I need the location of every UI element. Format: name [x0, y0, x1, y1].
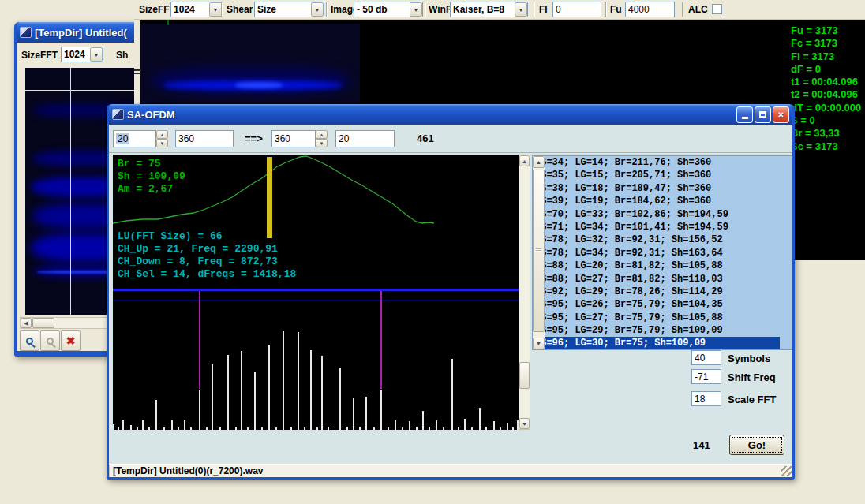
- fft-bar: [402, 427, 403, 430]
- cursor-tick: [167, 20, 169, 25]
- result-row[interactable]: LS=88; LG=20; Br=81,82; Sh=105,88: [533, 259, 780, 272]
- result-row[interactable]: LS=92; LG=29; Br=78,26; Sh=114,29: [533, 286, 780, 298]
- zoom-in-icon: [26, 338, 33, 345]
- channel-marker: [199, 291, 200, 389]
- scroll-up-icon[interactable]: ▲: [533, 156, 545, 168]
- go-button[interactable]: Go!: [729, 435, 784, 455]
- scale-fft-value-field[interactable]: 18: [691, 391, 721, 406]
- sa-ofdm-window: SA-OFDM ✕ 20 ▲ ▼ 360 ==> 360: [107, 104, 795, 480]
- fft-bar: [353, 398, 354, 430]
- result-row[interactable]: LS=78; LG=32; Br=92,31; Sh=156,52: [533, 233, 780, 246]
- crosshair-vertical: [70, 68, 71, 315]
- fft-bar: [458, 427, 459, 430]
- symbols-value-field[interactable]: 40: [691, 350, 721, 365]
- winf-combo[interactable]: Kaiser, B=8 ▼: [450, 2, 528, 17]
- zoom-out-button[interactable]: [40, 330, 60, 351]
- measurement-line: Fc = 3173: [791, 37, 865, 50]
- dropdown-icon[interactable]: ▼: [90, 47, 103, 62]
- image-combo[interactable]: - 50 db ▼: [354, 2, 423, 17]
- fft-bar: [451, 359, 453, 430]
- fft-bar: [130, 425, 132, 430]
- alc-checkbox[interactable]: [712, 4, 722, 14]
- result-row[interactable]: LS=95; LG=27; Br=75,79; Sh=105,88: [533, 312, 780, 324]
- readout-line: CH_Up = 21, Freq = 2290,91: [118, 243, 296, 256]
- symbols-start-spinner[interactable]: 20: [113, 130, 156, 147]
- readout-line: Am = 2,67: [118, 183, 185, 196]
- scroll-left-icon[interactable]: ◀: [21, 318, 32, 328]
- fu-label: Fu: [610, 4, 622, 15]
- ofdm-titlebar[interactable]: SA-OFDM ✕: [109, 104, 792, 125]
- spinner-value: 20: [116, 133, 129, 144]
- list-vscrollbar[interactable]: ▲ ▼: [533, 156, 545, 349]
- crosshair-horizontal: [25, 90, 142, 91]
- symbols-end-spinner[interactable]: 360: [271, 130, 316, 147]
- fft-bar: [171, 420, 173, 430]
- app-icon: [20, 27, 32, 38]
- dropdown-icon[interactable]: ▼: [311, 2, 324, 17]
- shear-combo[interactable]: Size ▼: [254, 2, 324, 17]
- sizefft-combo[interactable]: 1024 ▼: [61, 47, 103, 62]
- scrollbar-thumb[interactable]: [533, 170, 545, 332]
- results-rows: LS=34; LG=14; Br=211,76; Sh=360LS=35; LG…: [533, 156, 780, 350]
- scrollbar-thumb[interactable]: [32, 318, 54, 328]
- minimize-button[interactable]: [736, 106, 753, 123]
- result-row[interactable]: LS=35; LG=15; Br=205,71; Sh=360: [533, 169, 780, 181]
- fft-bar: [321, 356, 323, 430]
- result-row[interactable]: LS=78; LG=34; Br=92,31; Sh=163,64: [533, 247, 780, 259]
- spinner-arrows: ▲ ▼: [316, 130, 328, 147]
- fft-bar: [261, 427, 263, 430]
- ofdm-body: 20 ▲ ▼ 360 ==> 360 ▲ ▼ 20 461: [109, 125, 792, 477]
- fu-field[interactable]: 4000: [625, 2, 675, 17]
- baseline-line: [113, 300, 519, 301]
- result-row[interactable]: LS=38; LG=18; Br=189,47; Sh=360: [533, 182, 780, 195]
- delete-button[interactable]: ✖: [61, 330, 81, 351]
- dropdown-icon[interactable]: ▼: [515, 2, 527, 17]
- result-row[interactable]: LS=70; LG=33; Br=102,86; Sh=194,59: [533, 208, 780, 221]
- sizefft-label: SizeFFT: [21, 50, 58, 61]
- result-row[interactable]: LS=39; LG=19; Br=184,62; Sh=360: [533, 195, 780, 207]
- fft-bar: [163, 427, 165, 430]
- dropdown-icon[interactable]: ▼: [410, 2, 422, 17]
- yellow-cursor-bar[interactable]: [267, 157, 272, 238]
- dropdown-icon[interactable]: ▼: [209, 2, 222, 17]
- maximize-button[interactable]: [755, 106, 771, 123]
- fl-field[interactable]: 0: [552, 2, 601, 17]
- tempdir-titlebar[interactable]: [TempDir] Untitled(: [17, 22, 142, 43]
- fft-panel[interactable]: [113, 291, 519, 430]
- fft-bar: [500, 427, 501, 430]
- results-list[interactable]: LS=34; LG=14; Br=211,76; Sh=360LS=35; LG…: [532, 155, 792, 350]
- result-row[interactable]: LS=71; LG=34; Br=101,41; Sh=194,59: [533, 221, 780, 233]
- result-row[interactable]: LS=96; LG=30; Br=75; Sh=109,09: [533, 337, 780, 349]
- spin-up-icon[interactable]: ▲: [156, 130, 168, 139]
- shear-value: Size: [255, 4, 311, 15]
- result-row[interactable]: LS=95; LG=29; Br=75,79; Sh=109,09: [533, 324, 780, 337]
- close-icon: ✕: [777, 110, 784, 119]
- spin-down-icon[interactable]: ▼: [316, 139, 328, 147]
- toolbar-separator: [534, 2, 535, 17]
- toolbar-separator: [221, 2, 223, 17]
- spin-down-icon[interactable]: ▼: [156, 139, 168, 147]
- fft-bar: [254, 372, 256, 430]
- fft-bar: [184, 420, 185, 430]
- sizefft-combo[interactable]: 1024 ▼: [170, 2, 223, 17]
- spin-up-icon[interactable]: ▲: [316, 130, 328, 139]
- envelope-panel[interactable]: Br = 75Sh = 109,09Am = 2,67 LU(FFT Size)…: [113, 155, 519, 289]
- scroll-down-icon[interactable]: ▼: [533, 338, 545, 349]
- range-end-field[interactable]: 20: [335, 130, 395, 147]
- shift-freq-value-field[interactable]: -71: [691, 369, 721, 384]
- result-row[interactable]: LS=95; LG=26; Br=75,79; Sh=104,35: [533, 298, 780, 311]
- measurement-line: Fl = 3173: [791, 50, 865, 63]
- close-button[interactable]: ✕: [773, 106, 789, 123]
- range-start-field[interactable]: 360: [175, 130, 234, 147]
- result-row[interactable]: LS=88; LG=27; Br=81,82; Sh=118,03: [533, 273, 780, 286]
- scrollbar-thumb[interactable]: [519, 362, 530, 389]
- result-row[interactable]: LS=34; LG=14; Br=211,76; Sh=360: [533, 156, 780, 169]
- fft-bar: [247, 427, 249, 430]
- spectrum-vscrollbar[interactable]: ▲ ▼: [519, 155, 530, 430]
- zoom-in-button[interactable]: [20, 330, 39, 351]
- envelope-readout-green: Br = 75Sh = 109,09Am = 2,67: [118, 158, 185, 196]
- scroll-down-icon[interactable]: ▼: [519, 418, 530, 429]
- fft-bar: [268, 345, 270, 430]
- scroll-up-icon[interactable]: ▲: [519, 155, 530, 166]
- resize-grip[interactable]: [781, 466, 792, 476]
